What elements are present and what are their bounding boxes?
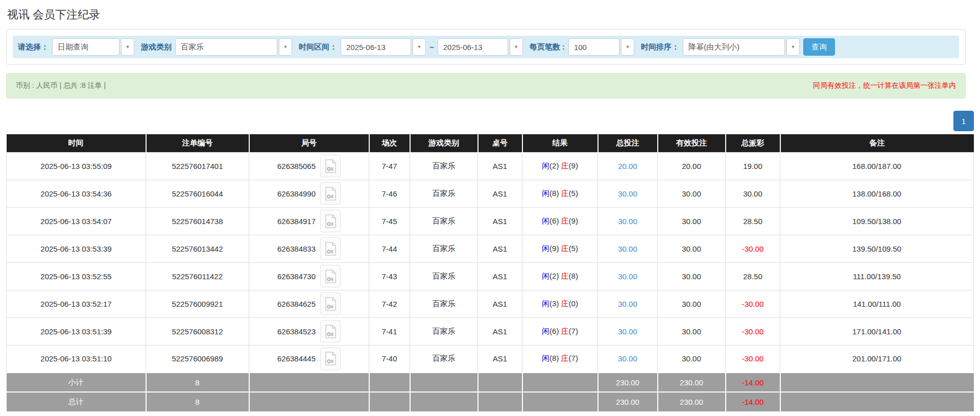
total-bet-link[interactable]: 30.00 <box>618 217 637 226</box>
bet-id-cell: 522576016044 <box>146 180 249 207</box>
date-range-separator: ~ <box>429 43 434 52</box>
total-bet-link[interactable]: 30.00 <box>618 300 637 308</box>
column-header-valid-bet: 有效投注 <box>658 134 726 152</box>
video-replay-button[interactable] <box>320 155 341 177</box>
video-replay-button[interactable] <box>320 210 341 232</box>
time-range-label: 时间区间： <box>299 42 337 52</box>
video-record-icon <box>325 270 336 283</box>
query-type-caret-button[interactable]: ▼ <box>121 38 134 56</box>
result-banker-label: 庄 <box>561 189 569 198</box>
total-bet-link[interactable]: 30.00 <box>618 327 637 336</box>
total-bet-cell: 30.00 <box>598 345 658 373</box>
result-player-score: (8) <box>549 189 559 198</box>
remark-cell: 168.00/187.00 <box>780 152 974 180</box>
date-to-input[interactable]: 2025-06-13 <box>438 38 508 56</box>
video-replay-button[interactable] <box>320 265 341 287</box>
round-id-cell: 626384523 <box>249 317 369 345</box>
total-bet-link[interactable]: 30.00 <box>618 244 637 253</box>
bet-id-cell: 522576014738 <box>146 207 249 235</box>
page-size-combo: 100 ▼ <box>568 38 634 56</box>
video-replay-button[interactable] <box>320 182 341 205</box>
video-replay-button[interactable] <box>320 348 341 370</box>
bet-id-cell: 522576017401 <box>146 152 249 180</box>
game-type-cell: 百家乐 <box>410 345 478 373</box>
game-type-select[interactable]: 百家乐 <box>175 38 277 56</box>
table-no-cell: AS1 <box>478 180 522 207</box>
remark-cell: 139.50/109.50 <box>780 235 974 262</box>
round-id-value: 626384833 <box>277 244 316 253</box>
chevron-down-icon: ▼ <box>417 44 422 50</box>
query-type-select[interactable]: 日期查询 <box>52 38 119 56</box>
video-replay-button[interactable] <box>320 320 341 342</box>
chevron-down-icon: ▼ <box>625 44 630 50</box>
result-banker-label: 庄 <box>561 327 569 335</box>
result-banker-label: 庄 <box>561 272 569 280</box>
date-from-input[interactable]: 2025-06-13 <box>341 38 411 56</box>
session-cell: 7-44 <box>369 235 410 262</box>
page-title: 视讯 会员下注纪录 <box>7 7 974 22</box>
total-bet-link[interactable]: 20.00 <box>618 162 637 170</box>
remark-cell: 171.00/141.00 <box>780 317 974 345</box>
video-record-icon <box>325 187 336 201</box>
bet-id-cell: 522576013442 <box>146 235 249 262</box>
time-cell: 2025-06-13 03:53:39 <box>7 235 146 262</box>
round-id-value: 626385065 <box>277 162 316 170</box>
time-cell: 2025-06-13 03:52:17 <box>7 290 146 317</box>
total-row: 总计 8 230.00 230.00 -14.00 <box>7 392 974 411</box>
game-type-cell: 百家乐 <box>410 152 478 180</box>
game-type-cell: 百家乐 <box>410 180 478 207</box>
time-cell: 2025-06-13 03:52:55 <box>7 262 146 290</box>
total-bet-link[interactable]: 30.00 <box>618 354 637 363</box>
subtotal-count: 8 <box>146 373 249 392</box>
result-banker-score: (5) <box>569 189 578 198</box>
game-type-label: 游戏类别 <box>141 42 172 52</box>
session-cell: 7-45 <box>369 207 410 235</box>
game-type-caret-button[interactable]: ▼ <box>279 38 292 56</box>
table-no-cell: AS1 <box>478 235 522 262</box>
video-record-icon <box>325 159 336 173</box>
page-1-button[interactable]: 1 <box>953 111 974 131</box>
result-banker-label: 庄 <box>561 354 569 362</box>
video-record-icon <box>325 297 336 311</box>
time-sort-select[interactable]: 降幂(由大到小) <box>683 38 785 56</box>
result-banker-label: 庄 <box>561 216 569 225</box>
round-id-value: 626384625 <box>277 300 316 308</box>
date-to-caret-button[interactable]: ▼ <box>510 38 523 56</box>
table-no-cell: AS1 <box>478 317 522 345</box>
payout-cell: -30.00 <box>726 317 780 345</box>
currency-total-text: 币别 : 人民币 | 总共 :8 注单 | <box>16 81 106 90</box>
session-cell: 7-46 <box>369 180 410 207</box>
column-header-bet-id: 注单编号 <box>146 134 249 152</box>
result-banker-score: (7) <box>569 327 578 335</box>
valid-bet-cell: 30.00 <box>658 345 726 373</box>
round-id-value: 626384730 <box>277 272 316 281</box>
session-cell: 7-41 <box>369 317 410 345</box>
page-size-caret-button[interactable]: ▼ <box>621 38 634 56</box>
result-banker-label: 庄 <box>561 299 569 308</box>
total-bet-link[interactable]: 30.00 <box>618 189 637 198</box>
total-count: 8 <box>146 392 249 411</box>
total-bet-cell: 30.00 <box>598 317 658 345</box>
time-sort-caret-button[interactable]: ▼ <box>786 38 800 56</box>
time-cell: 2025-06-13 03:54:07 <box>7 207 146 235</box>
result-player-label: 闲 <box>542 354 549 362</box>
subtotal-valid-bet: 230.00 <box>658 373 726 392</box>
date-from-caret-button[interactable]: ▼ <box>413 38 426 56</box>
result-banker-label: 庄 <box>561 244 569 253</box>
total-bet-link[interactable]: 30.00 <box>618 272 637 281</box>
result-cell: 闲(6) 庄(7) <box>522 317 598 345</box>
table-row: 2025-06-13 03:53:39 522576013442 6263848… <box>7 235 974 262</box>
table-no-cell: AS1 <box>478 207 522 235</box>
video-replay-button[interactable] <box>320 237 341 260</box>
result-banker-score: (5) <box>569 244 578 253</box>
round-id-cell: 626384625 <box>249 290 369 317</box>
video-replay-button[interactable] <box>320 292 341 315</box>
table-no-cell: AS1 <box>478 152 522 180</box>
search-button[interactable]: 查询 <box>803 38 835 56</box>
page-size-select[interactable]: 100 <box>568 38 619 56</box>
round-id-cell: 626384917 <box>249 207 369 235</box>
round-id-cell: 626384833 <box>249 235 369 262</box>
valid-bet-note: 同局有效投注，统一计算在该局第一张注单内 <box>813 81 956 90</box>
total-bet-cell: 30.00 <box>598 207 658 235</box>
video-record-icon <box>325 214 336 228</box>
